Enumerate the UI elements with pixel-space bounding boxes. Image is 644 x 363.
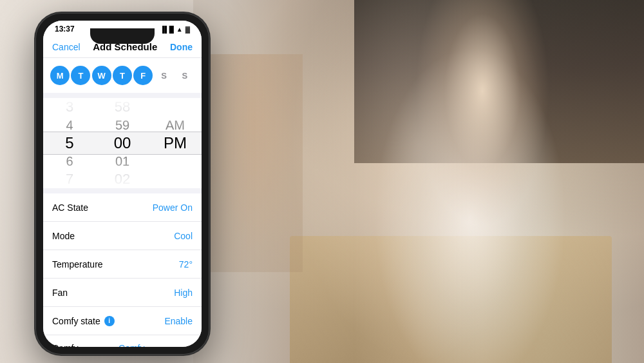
hour-item: 4: [43, 116, 96, 134]
wifi-icon: ▲: [176, 26, 183, 33]
phone-notch: [90, 28, 155, 44]
minute-item: 59: [96, 116, 149, 134]
settings-list: AC State Power On Mode Cool Temperature …: [43, 193, 202, 347]
time-columns: 3 4 5 6 7 58 59 00 01 02 AM: [43, 98, 202, 188]
period-item: [149, 152, 202, 170]
minute-selected: 00: [96, 134, 149, 152]
minute-item: 58: [96, 98, 149, 116]
period-item: [149, 98, 202, 116]
hour-item: 6: [43, 152, 96, 170]
period-item: [149, 170, 202, 188]
period-column[interactable]: AM PM: [149, 98, 202, 188]
day-friday[interactable]: F: [133, 66, 153, 85]
phone: 13:37 ▐▌█ ▲ ▓ Cancel Add Schedule Done M…: [35, 13, 209, 355]
status-icons: ▐▌█ ▲ ▓: [160, 26, 190, 33]
background-woman: [206, 54, 303, 272]
days-row: M T W T F S S: [43, 58, 202, 93]
day-monday[interactable]: M: [50, 66, 70, 85]
comfy-state-row[interactable]: Comfy state i Enable: [43, 307, 202, 335]
day-thursday[interactable]: T: [113, 66, 132, 85]
comfy-state-label: Comfy state i: [52, 316, 115, 326]
battery-icon: ▓: [185, 26, 190, 33]
done-button[interactable]: Done: [170, 42, 193, 52]
time-picker[interactable]: 3 4 5 6 7 58 59 00 01 02 AM: [43, 98, 202, 188]
fan-value: High: [174, 288, 193, 298]
cancel-button[interactable]: Cancel: [52, 42, 80, 52]
person-light: [290, 0, 547, 363]
hour-item: 7: [43, 170, 96, 188]
day-sunday[interactable]: S: [175, 66, 194, 85]
mode-label: Mode: [52, 231, 75, 241]
minute-item: 02: [96, 170, 149, 188]
comfy-trigger-value: Comfy Temperature: [118, 343, 193, 347]
day-wednesday[interactable]: W: [92, 66, 111, 85]
temperature-row[interactable]: Temperature 72°: [43, 250, 202, 279]
fan-label: Fan: [52, 288, 68, 298]
minute-item: 01: [96, 152, 149, 170]
ac-state-row[interactable]: AC State Power On: [43, 193, 202, 222]
comfy-trigger-row[interactable]: Comfy Trigger i Comfy Temperature: [43, 335, 202, 347]
mode-row[interactable]: Mode Cool: [43, 222, 202, 250]
period-am: AM: [149, 116, 202, 134]
hour-item: 3: [43, 98, 96, 116]
comfy-state-info-icon[interactable]: i: [104, 316, 115, 326]
signal-icon: ▐▌█: [160, 26, 174, 33]
temperature-label: Temperature: [52, 259, 103, 270]
day-saturday[interactable]: S: [155, 66, 174, 85]
comfy-trigger-label: Comfy Trigger i: [52, 343, 118, 347]
period-selected: PM: [149, 134, 202, 152]
phone-screen: 13:37 ▐▌█ ▲ ▓ Cancel Add Schedule Done M…: [43, 21, 202, 347]
status-time: 13:37: [55, 25, 75, 34]
temperature-value: 72°: [179, 259, 193, 270]
mode-value: Cool: [174, 231, 193, 241]
hours-column[interactable]: 3 4 5 6 7: [43, 98, 96, 188]
fan-row[interactable]: Fan High: [43, 279, 202, 307]
minutes-column[interactable]: 58 59 00 01 02: [96, 98, 149, 188]
hour-selected: 5: [43, 134, 96, 152]
ac-state-value: Power On: [153, 202, 193, 213]
comfy-state-value: Enable: [164, 316, 193, 326]
ac-state-label: AC State: [52, 202, 88, 213]
day-tuesday[interactable]: T: [71, 66, 90, 85]
